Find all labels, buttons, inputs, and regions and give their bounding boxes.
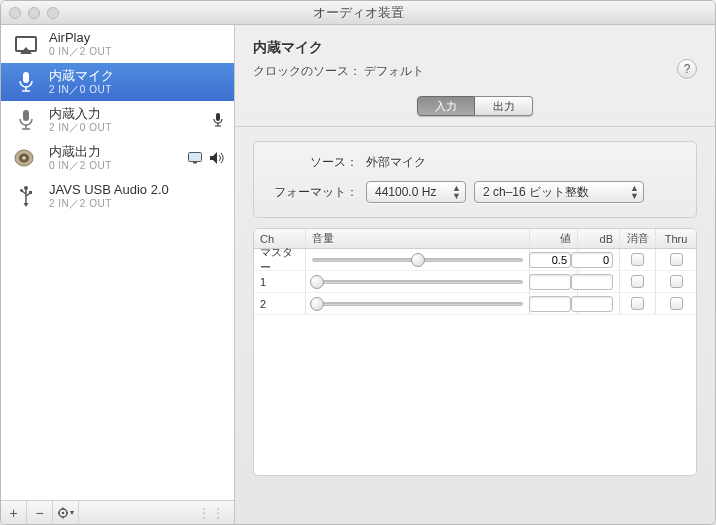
device-io: 0 IN／2 OUT [49,46,112,58]
window-title: オーディオ装置 [1,4,715,22]
source-label: ソース： [268,154,358,171]
microphone-icon [13,109,39,131]
add-button[interactable]: + [1,501,27,524]
svg-rect-13 [193,162,197,164]
input-indicator-icon [212,112,224,128]
device-name: 内蔵入力 [49,107,112,122]
thru-checkbox[interactable] [670,297,683,310]
device-io: 2 IN／2 OUT [49,198,169,210]
remove-button[interactable]: − [27,501,53,524]
device-item-airplay[interactable]: AirPlay 0 IN／2 OUT [1,25,234,63]
sample-rate-value: 44100.0 Hz [375,185,436,199]
sidebar-footer: + − ⋮⋮ [1,500,234,524]
audio-devices-window: オーディオ装置 AirPlay 0 IN／2 OUT 内蔵マイク [0,0,716,525]
usb-icon [13,185,39,207]
thru-checkbox[interactable] [670,275,683,288]
svg-rect-18 [29,191,32,194]
display-output-icon [188,152,204,164]
settings-menu-button[interactable] [53,501,79,524]
db-field[interactable] [571,296,613,312]
sound-output-icon [210,152,224,164]
main-panel: 内蔵マイク クロックのソース： デフォルト ? 入力 出力 ソース： [235,25,715,524]
device-name: AirPlay [49,31,112,46]
format-label: フォーマット： [268,184,358,201]
svg-rect-6 [216,113,220,121]
device-item-usb-audio[interactable]: JAVS USB Audio 2.0 2 IN／2 OUT [1,177,234,215]
value-field[interactable] [529,274,571,290]
svg-rect-0 [23,72,29,83]
svg-point-21 [61,511,64,514]
device-io: 2 IN／0 OUT [49,122,112,134]
svg-point-11 [22,156,26,160]
db-field[interactable] [571,274,613,290]
col-value: 値 [530,229,578,248]
device-item-internal-mic[interactable]: 内蔵マイク 2 IN／0 OUT [1,63,234,101]
device-list: AirPlay 0 IN／2 OUT 内蔵マイク 2 IN／0 OUT [1,25,234,500]
clock-source-value: デフォルト [364,64,424,78]
mute-checkbox[interactable] [631,275,644,288]
channel-row-master: マスター [254,249,696,271]
mute-checkbox[interactable] [631,253,644,266]
device-io: 0 IN／2 OUT [49,160,112,172]
device-name: JAVS USB Audio 2.0 [49,183,169,198]
speaker-icon [13,147,39,169]
io-tabs: 入力 出力 [235,90,715,127]
device-name: 内蔵マイク [49,69,114,84]
col-thru: Thru [656,229,696,248]
svg-rect-12 [189,153,202,162]
svg-marker-26 [70,511,74,515]
value-field[interactable] [529,296,571,312]
col-mute: 消音 [620,229,656,248]
device-sidebar: AirPlay 0 IN／2 OUT 内蔵マイク 2 IN／0 OUT [1,25,235,524]
channel-label: 1 [254,271,306,292]
bit-format-value: 2 ch–16 ビット整数 [483,184,589,201]
tab-input[interactable]: 入力 [417,96,475,116]
volume-slider[interactable] [312,258,523,262]
value-field[interactable] [529,252,571,268]
volume-slider[interactable] [312,302,523,306]
clock-source-label: クロックのソース： [253,64,361,78]
channel-label: 2 [254,293,306,314]
svg-rect-3 [23,110,29,121]
volume-slider[interactable] [312,280,523,284]
airplay-icon [13,33,39,55]
stepper-arrows-icon: ▲▼ [452,184,461,200]
col-volume: 音量 [306,229,530,248]
db-field[interactable] [571,252,613,268]
resize-grip-icon[interactable]: ⋮⋮ [198,506,234,520]
svg-point-17 [20,189,23,192]
channel-label: マスター [254,249,306,270]
device-title: 内蔵マイク [253,39,697,57]
device-item-internal-output[interactable]: 内蔵出力 0 IN／2 OUT [1,139,234,177]
device-io: 2 IN／0 OUT [49,84,114,96]
titlebar[interactable]: オーディオ装置 [1,1,715,25]
device-header: 内蔵マイク クロックのソース： デフォルト ? [235,25,715,90]
help-button[interactable]: ? [677,59,697,79]
microphone-icon [13,71,39,93]
mute-checkbox[interactable] [631,297,644,310]
thru-checkbox[interactable] [670,253,683,266]
format-group: ソース： 外部マイク フォーマット： 44100.0 Hz ▲▼ 2 ch–16… [253,141,697,218]
device-name: 内蔵出力 [49,145,112,160]
tab-output[interactable]: 出力 [475,96,533,116]
sample-rate-select[interactable]: 44100.0 Hz ▲▼ [366,181,466,203]
source-value: 外部マイク [366,154,426,171]
svg-marker-14 [210,152,217,164]
channel-row-2: 2 [254,293,696,315]
channel-table: Ch 音量 値 dB 消音 Thru マスター [253,228,697,476]
device-item-internal-input[interactable]: 内蔵入力 2 IN／0 OUT [1,101,234,139]
channel-row-1: 1 [254,271,696,293]
table-header: Ch 音量 値 dB 消音 Thru [254,229,696,249]
bit-format-select[interactable]: 2 ch–16 ビット整数 ▲▼ [474,181,644,203]
col-db: dB [578,229,620,248]
stepper-arrows-icon: ▲▼ [630,184,639,200]
svg-marker-19 [24,203,29,207]
